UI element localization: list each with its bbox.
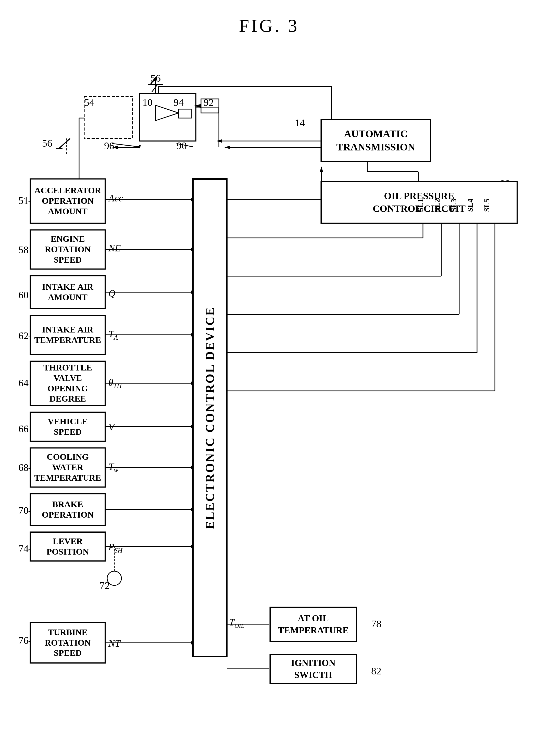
sensor-accelerator: ACCELERATOROPERATIONAMOUNT <box>30 179 105 224</box>
sl1-label: SL1 <box>415 186 426 224</box>
sensor-engine-rotation: ENGINEROTATIONSPEED <box>30 230 105 269</box>
label-78: —78 <box>361 618 381 630</box>
label-72: 72 <box>99 580 110 591</box>
svg-marker-13 <box>225 146 230 149</box>
signal-psh: PSH <box>108 541 123 554</box>
sensor-intake-air-temp: INTAKE AIRTEMPERATURE <box>30 315 105 355</box>
signal-ne: NE <box>108 242 121 254</box>
page-title: FIG. 3 <box>0 0 538 36</box>
sl3-label: SL3 <box>448 186 459 224</box>
at-box: AUTOMATICTRANSMISSION <box>321 119 431 161</box>
sl2-label: SL2 <box>432 186 442 224</box>
svg-line-96 <box>152 84 158 92</box>
signal-acc: Acc <box>108 192 123 204</box>
at-oil-box: AT OILTEMPERATURE <box>270 607 357 641</box>
label-90: 90 <box>177 140 187 152</box>
label-94: 94 <box>174 96 184 108</box>
ecu-label: ELECTRONIC CONTROL DEVICE <box>203 307 217 529</box>
label-56: 56 <box>150 72 161 84</box>
label-92: 92 <box>203 96 214 108</box>
label-14: 14 <box>295 117 305 129</box>
svg-rect-3 <box>179 109 191 118</box>
sl5-label: SL5 <box>481 186 492 224</box>
sensor-cooling-water: COOLING WATERTEMPERATURE <box>30 448 105 487</box>
sensor-brake: BRAKEOPERATION <box>30 494 105 526</box>
sensor-vehicle-speed: VEHICLE SPEED <box>30 412 105 441</box>
signal-tth: θTH <box>108 377 122 390</box>
label-82: —82 <box>361 665 381 677</box>
sensor-intake-air-amount: INTAKE AIRAMOUNT <box>30 276 105 309</box>
sensor-lever: LEVER POSITION <box>30 532 105 561</box>
sl4-label: SL4 <box>465 186 475 224</box>
sensor-turbine: TURBINEROTATIONSPEED <box>30 623 105 663</box>
ignition-box: IGNITION SWICTH <box>270 654 357 683</box>
signal-toil: TOIL <box>229 617 244 629</box>
signal-ta: TA <box>108 328 118 341</box>
label-50: 56 <box>42 137 52 149</box>
svg-line-17 <box>59 138 70 149</box>
label-10: 10 <box>142 96 152 108</box>
signal-nt: NT <box>108 638 120 649</box>
signal-q: Q <box>108 288 115 299</box>
signal-v: V <box>108 422 114 433</box>
ecu-box: ELECTRONIC CONTROL DEVICE <box>192 179 227 657</box>
svg-marker-55 <box>320 167 323 173</box>
label-96: 96 <box>104 140 114 152</box>
signal-tw: Tw <box>108 461 118 474</box>
svg-marker-5 <box>194 104 201 108</box>
sensor-throttle: THROTTLEVALVE OPENINGDEGREE <box>30 361 105 406</box>
label-54: 54 <box>84 96 94 108</box>
diagram-container: 56 54 10 94 92 56 96 90 14 98 51— 58— 60… <box>0 47 538 756</box>
